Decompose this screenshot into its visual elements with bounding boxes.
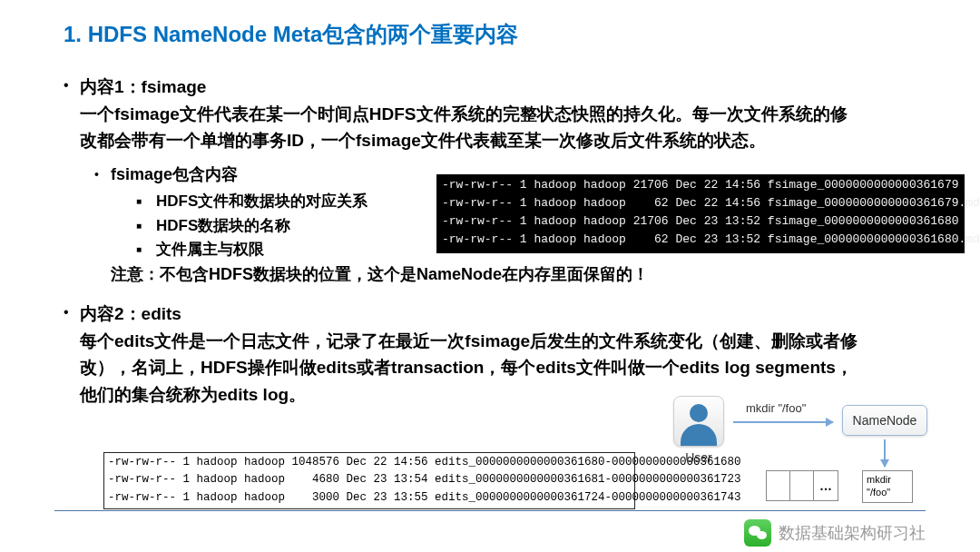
square-bullet-icon: ■	[136, 214, 156, 238]
square-bullet-icon: ■	[136, 238, 156, 261]
bullet-icon: •	[64, 301, 80, 328]
divider	[54, 510, 926, 511]
arrow-down-icon	[884, 439, 886, 467]
terminal-edits-listing: -rw-rw-r-- 1 hadoop hadoop 1048576 Dec 2…	[103, 452, 635, 509]
square-bullet-icon: ■	[136, 190, 156, 213]
section1-desc: 一个fsimage文件代表在某一个时间点HDFS文件系统的完整状态快照的持久化。…	[80, 101, 860, 154]
edits-log-blocks: …	[766, 470, 838, 501]
footer-text: 数据基础架构研习社	[779, 522, 926, 544]
user-label: User	[670, 450, 728, 465]
bullet-icon: •	[64, 74, 80, 101]
section1-item: HDFS数据块的名称	[156, 214, 290, 238]
wechat-icon	[744, 519, 771, 547]
namenode-box: NameNode	[842, 405, 927, 436]
section1-item: 文件属主与权限	[156, 238, 264, 261]
footer: 数据基础架构研习社	[744, 519, 926, 547]
section1-item: HDFS文件和数据块的对应关系	[156, 190, 368, 213]
arrow-icon	[733, 421, 833, 423]
bullet-icon: •	[94, 163, 111, 188]
section2-heading: 内容2：edits	[80, 301, 181, 328]
terminal-fsimage-listing: -rw-rw-r-- 1 hadoop hadoop 21706 Dec 22 …	[436, 174, 965, 253]
namenode-diagram: User mkdir "/foo" NameNode … mkdir "/foo…	[673, 396, 964, 514]
section1-heading: 内容1：fsimage	[80, 74, 206, 101]
edits-entry-block: mkdir "/foo"	[862, 470, 913, 503]
section1-note: 注意：不包含HDFS数据块的位置，这个是NameNode在内存里面保留的！	[111, 263, 926, 285]
section1-sub-heading: fsimage包含内容	[111, 163, 238, 188]
slide-title: 1. HDFS NameNode Meta包含的两个重要内容	[64, 20, 926, 49]
mkdir-command-label: mkdir "/foo"	[746, 401, 806, 415]
user-icon	[673, 396, 724, 447]
